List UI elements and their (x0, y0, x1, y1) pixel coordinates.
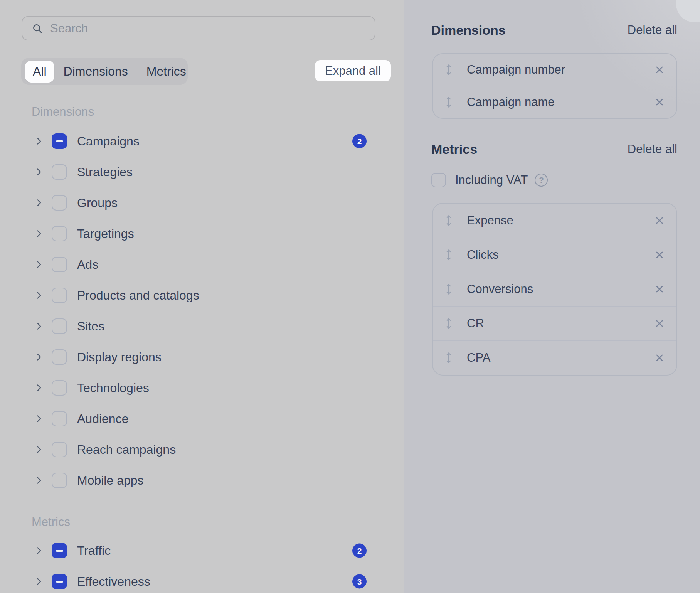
selected-columns-panel: Dimensions Delete all Campaign number Ca… (404, 0, 700, 593)
chevron-right-icon[interactable] (34, 321, 44, 331)
chip-label: Campaign number (467, 63, 654, 77)
tree-item-label: Targetings (77, 227, 134, 241)
checkbox-unchecked[interactable] (52, 226, 67, 241)
chip-label: CPA (467, 351, 654, 365)
search-icon (32, 23, 43, 34)
tree-item-traffic[interactable]: Traffic 2 (0, 535, 404, 566)
tab-metrics[interactable]: Metrics (137, 61, 195, 83)
remove-icon[interactable] (654, 97, 665, 108)
chip-campaign-number[interactable]: Campaign number (433, 54, 676, 86)
checkbox-indeterminate[interactable] (52, 574, 67, 589)
remove-icon[interactable] (654, 249, 665, 260)
checkbox-indeterminate[interactable] (52, 543, 67, 558)
remove-icon[interactable] (654, 215, 665, 226)
tab-all[interactable]: All (25, 61, 54, 83)
tab-dimensions[interactable]: Dimensions (54, 61, 137, 83)
tree-item-groups[interactable]: Groups (0, 187, 404, 218)
selected-count-badge: 3 (352, 574, 367, 589)
remove-icon[interactable] (654, 64, 665, 75)
tree-item-mobile-apps[interactable]: Mobile apps (0, 465, 404, 496)
tree-item-products-and-catalogs[interactable]: Products and catalogs (0, 280, 404, 311)
checkbox-unchecked[interactable] (52, 442, 67, 457)
selected-count-badge: 2 (352, 134, 367, 148)
chip-label: Clicks (467, 248, 654, 262)
tree-item-label: Traffic (77, 544, 111, 558)
chip-campaign-name[interactable]: Campaign name (433, 86, 676, 118)
drag-handle-icon[interactable] (444, 96, 453, 109)
chip-conversions[interactable]: Conversions (433, 272, 676, 306)
chip-expense[interactable]: Expense (433, 204, 676, 238)
tree-item-label: Ads (77, 258, 98, 272)
available-columns-panel: All Dimensions Metrics Expand all Dimens… (0, 0, 404, 593)
expand-all-button[interactable]: Expand all (315, 60, 391, 81)
remove-icon[interactable] (654, 318, 665, 329)
chip-clicks[interactable]: Clicks (433, 238, 676, 272)
checkbox-unchecked[interactable] (52, 257, 67, 272)
tree-item-display-regions[interactable]: Display regions (0, 342, 404, 372)
chevron-right-icon[interactable] (34, 546, 44, 556)
delete-all-dimensions-button[interactable]: Delete all (628, 23, 677, 37)
selected-dimensions-list: Campaign number Campaign name (432, 53, 677, 119)
chevron-right-icon[interactable] (34, 167, 44, 177)
drag-handle-icon[interactable] (444, 317, 453, 330)
checkbox-unchecked[interactable] (52, 195, 67, 211)
checkbox-unchecked[interactable] (52, 473, 67, 488)
decorative-circle (676, 0, 700, 22)
checkbox-indeterminate[interactable] (52, 133, 67, 149)
checkbox-unchecked[interactable] (52, 411, 67, 426)
tree-item-label: Mobile apps (77, 473, 144, 488)
including-vat-checkbox[interactable] (431, 173, 446, 187)
checkbox-unchecked[interactable] (52, 349, 67, 365)
tree-item-sites[interactable]: Sites (0, 311, 404, 342)
chevron-right-icon[interactable] (34, 229, 44, 239)
search-box[interactable] (22, 16, 375, 40)
drag-handle-icon[interactable] (444, 214, 453, 227)
chevron-right-icon[interactable] (34, 475, 44, 485)
chevron-right-icon[interactable] (34, 352, 44, 362)
selected-dimensions-title: Dimensions (431, 23, 506, 38)
tree-item-reach-campaigns[interactable]: Reach campaigns (0, 434, 404, 465)
chevron-right-icon[interactable] (34, 290, 44, 300)
chevron-right-icon[interactable] (34, 414, 44, 424)
drag-handle-icon[interactable] (444, 63, 453, 76)
drag-handle-icon[interactable] (444, 248, 453, 261)
chevron-right-icon[interactable] (34, 576, 44, 586)
tree-item-effectiveness[interactable]: Effectiveness 3 (0, 566, 404, 593)
chip-cpa[interactable]: CPA (433, 340, 676, 375)
chevron-right-icon[interactable] (34, 445, 44, 455)
metrics-tree: Traffic 2 Effectiveness 3 (0, 535, 404, 593)
tree-item-targetings[interactable]: Targetings (0, 218, 404, 249)
checkbox-unchecked[interactable] (52, 318, 67, 334)
chevron-right-icon[interactable] (34, 136, 44, 146)
tree-item-label: Products and catalogs (77, 288, 199, 303)
tree-item-label: Sites (77, 319, 104, 334)
checkbox-unchecked[interactable] (52, 380, 67, 396)
tree-item-technologies[interactable]: Technologies (0, 372, 404, 403)
drag-handle-icon[interactable] (444, 351, 453, 364)
remove-icon[interactable] (654, 352, 665, 363)
tree-item-ads[interactable]: Ads (0, 249, 404, 280)
delete-all-metrics-button[interactable]: Delete all (628, 142, 677, 156)
help-icon[interactable]: ? (535, 174, 548, 187)
checkbox-unchecked[interactable] (52, 288, 67, 303)
chevron-right-icon[interactable] (34, 383, 44, 393)
chip-label: Campaign name (467, 95, 654, 109)
indeterminate-mark-icon (56, 140, 63, 142)
tree-item-strategies[interactable]: Strategies (0, 157, 404, 187)
including-vat-row: Including VAT ? (431, 172, 548, 188)
chevron-right-icon[interactable] (34, 259, 44, 270)
tree-item-label: Audience (77, 412, 128, 426)
chevron-right-icon[interactable] (34, 198, 44, 208)
search-input[interactable] (50, 22, 365, 35)
remove-icon[interactable] (654, 284, 665, 295)
tree-item-campaigns[interactable]: Campaigns 2 (0, 126, 404, 157)
tree-item-audience[interactable]: Audience (0, 403, 404, 434)
checkbox-unchecked[interactable] (52, 164, 67, 180)
tree-item-label: Groups (77, 196, 118, 210)
selected-metrics-list: Expense Clicks Conversions CR CPA (432, 203, 677, 376)
indeterminate-mark-icon (56, 581, 63, 583)
tree-item-label: Campaigns (77, 134, 140, 148)
chip-cr[interactable]: CR (433, 306, 676, 340)
drag-handle-icon[interactable] (444, 283, 453, 296)
dimensions-section-label: Dimensions (32, 105, 94, 119)
